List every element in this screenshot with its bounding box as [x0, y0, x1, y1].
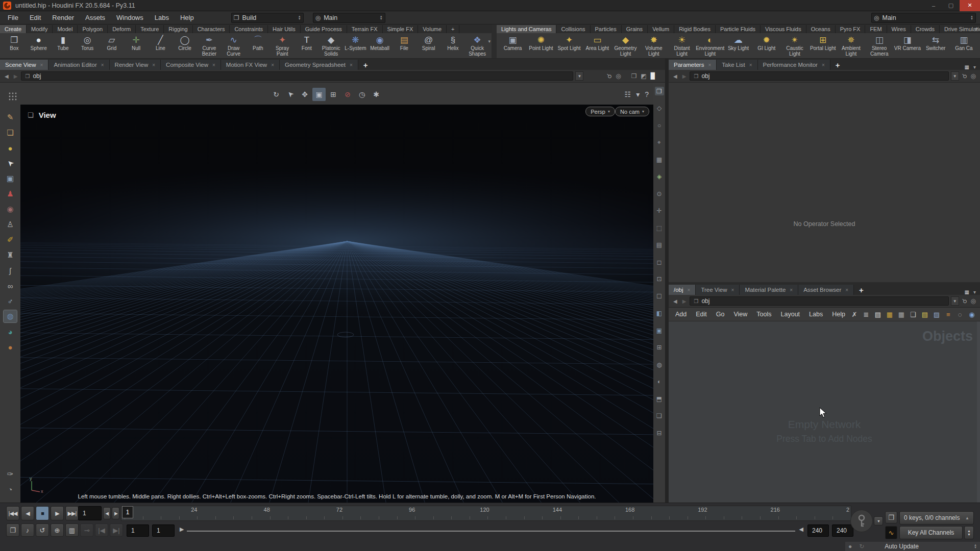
- viewport-tool-button[interactable]: ▣: [312, 88, 326, 101]
- menu-item[interactable]: Edit: [691, 310, 712, 319]
- shelf-tool[interactable]: ☁ Sky Light: [724, 34, 752, 52]
- pane-layout-icon[interactable]: ▦: [965, 289, 969, 295]
- shelf-tab[interactable]: Crowds: [911, 25, 940, 33]
- shelf-tool[interactable]: ✦ Spot Light: [555, 34, 583, 52]
- playback-option-button[interactable]: ⊸: [80, 523, 93, 537]
- shelf-tool[interactable]: ✴ Caustic Light: [780, 34, 808, 57]
- shelf-tool[interactable]: ◉ Metaball: [368, 34, 392, 52]
- close-tab-icon[interactable]: ×: [731, 287, 734, 293]
- network-toolbar-button[interactable]: ◉: [967, 310, 976, 319]
- viewport-tool-button[interactable]: ➤: [284, 88, 297, 101]
- menu-item[interactable]: Windows: [111, 12, 149, 23]
- shelf-tab[interactable]: Terrain FX: [347, 25, 383, 33]
- shelf-tab[interactable]: Rigid Bodies: [674, 25, 716, 33]
- network-toolbar-button[interactable]: ▤: [920, 310, 929, 319]
- shelf-tab[interactable]: Particles: [591, 25, 622, 33]
- viewport-display-button[interactable]: ▤: [655, 241, 664, 249]
- shelf-tool[interactable]: ❖ Quick Shapes: [465, 34, 489, 57]
- left-tool[interactable]: ʃ: [4, 264, 17, 277]
- left-tool[interactable]: ●: [4, 142, 17, 154]
- network-toolbar-button[interactable]: ▨: [932, 310, 941, 319]
- main-context-selector[interactable]: ◎ Main ▲▼: [871, 13, 976, 23]
- viewport-display-button[interactable]: ○: [655, 121, 664, 130]
- menu-item[interactable]: Assets: [80, 12, 111, 23]
- close-tab-icon[interactable]: ×: [212, 62, 215, 68]
- shelf-tab[interactable]: Particle Fluids: [716, 25, 761, 33]
- viewport-display-button[interactable]: ⊞: [655, 343, 664, 352]
- back-icon[interactable]: ◀: [672, 298, 679, 304]
- desktop-selector[interactable]: ❐ Build ▲▼: [231, 13, 304, 23]
- global-range-end-field[interactable]: 240: [832, 524, 853, 537]
- shelf-tool[interactable]: ✸ Volume Light: [640, 34, 668, 57]
- left-tool[interactable]: ❏: [4, 127, 17, 139]
- shelf-tool[interactable]: @ Spiral: [416, 34, 441, 52]
- shelf-tool[interactable]: ▤ File: [392, 34, 416, 52]
- viewport-display-button[interactable]: ⌖: [655, 138, 664, 147]
- shelf-tool[interactable]: ╱ Line: [149, 34, 173, 52]
- path-field[interactable]: ❒ obj: [21, 71, 573, 81]
- left-tool[interactable]: ◕: [4, 325, 17, 338]
- range-end-field[interactable]: 240: [807, 524, 829, 537]
- viewport-display-button[interactable]: ⬒: [655, 394, 664, 403]
- shelf-tab[interactable]: Vellum: [648, 25, 674, 33]
- shelf-tool[interactable]: ◐ Environment Light: [696, 34, 724, 57]
- shelf-overflow-chevron-icon[interactable]: ▾: [488, 39, 491, 44]
- view-pane-icon[interactable]: ❏: [28, 111, 34, 119]
- shelf-tool[interactable]: ◫ Stereo Camera: [865, 34, 893, 57]
- shelf-tab[interactable]: Rigging: [164, 25, 192, 33]
- shelf-tool[interactable]: ✛ Null: [124, 34, 149, 52]
- network-toolbar-button[interactable]: ▤: [873, 310, 883, 319]
- radial-menu-icon[interactable]: ◎: [970, 72, 977, 80]
- network-toolbar-button[interactable]: ✗: [850, 310, 859, 319]
- viewport-display-button[interactable]: ⊙: [655, 189, 664, 198]
- range-slider[interactable]: ▶ ◀: [180, 524, 803, 537]
- shelf-tab[interactable]: FEM: [865, 25, 887, 33]
- playback-option-button[interactable]: ⊕: [51, 523, 64, 537]
- viewport-display-button[interactable]: ❏: [655, 412, 664, 420]
- left-tool[interactable]: ●: [4, 341, 17, 353]
- viewport-tool-button[interactable]: ◷: [355, 88, 369, 101]
- pane-tab[interactable]: Parameters ×: [669, 60, 717, 70]
- transport-button[interactable]: ▶▶|: [65, 506, 79, 520]
- key-options-chevron-icon[interactable]: ▼: [874, 516, 883, 525]
- shelf-tool[interactable]: ◨ VR Camera: [893, 34, 921, 52]
- transport-button[interactable]: ■: [36, 506, 49, 520]
- menu-item[interactable]: Add: [671, 310, 691, 319]
- chevron-down-icon[interactable]: ▾: [973, 64, 976, 70]
- back-icon[interactable]: ◀: [3, 73, 10, 79]
- shelf-tool[interactable]: ❋ L-System: [344, 34, 368, 52]
- shelf-tab[interactable]: Lights and Cameras: [497, 25, 556, 33]
- shelf-tool[interactable]: ❒ Box: [2, 34, 27, 52]
- shelf-tab[interactable]: Pyro FX: [836, 25, 866, 33]
- left-tool[interactable]: ✑: [4, 468, 17, 480]
- transport-button[interactable]: |◀◀: [6, 506, 19, 520]
- playback-option-button[interactable]: ▥: [65, 523, 79, 537]
- menu-item[interactable]: Help: [827, 310, 850, 319]
- pane-tab[interactable]: Scene View ×: [0, 60, 48, 70]
- minimize-button[interactable]: –: [925, 0, 942, 11]
- pane-tab[interactable]: Composite View ×: [161, 60, 221, 70]
- frame-step-button[interactable]: |▶: [112, 507, 119, 519]
- shelf-tab[interactable]: Guide Process: [301, 25, 347, 33]
- shelf-tab[interactable]: Oceans: [806, 25, 836, 33]
- left-tool[interactable]: ➤: [4, 157, 17, 169]
- transport-button[interactable]: ◀: [21, 506, 34, 520]
- viewport-tool-button[interactable]: ☷: [624, 88, 632, 101]
- pin-icon[interactable]: ⚲: [960, 71, 969, 81]
- shelf-tool[interactable]: ⌒ Path: [246, 34, 271, 52]
- viewport-canvas[interactable]: ❏ View Persp ▾ No cam ▾ Left mouse tumbl…: [20, 105, 653, 503]
- maximize-button[interactable]: ▢: [942, 0, 960, 11]
- shelf-overflow-chevron-icon[interactable]: ▼: [974, 27, 979, 32]
- forward-icon[interactable]: ▶: [12, 73, 19, 79]
- left-tool[interactable]: ✎: [4, 111, 17, 123]
- color-swatch-icon[interactable]: ▉: [650, 72, 656, 80]
- viewport-display-button[interactable]: ▣: [655, 326, 664, 335]
- network-toolbar-button[interactable]: ▦: [897, 310, 906, 319]
- transport-button[interactable]: ▶: [51, 506, 64, 520]
- menu-item[interactable]: File: [2, 12, 24, 23]
- left-tool[interactable]: ♟: [4, 188, 17, 200]
- pin-icon[interactable]: ⚲: [604, 71, 614, 81]
- pane-tab[interactable]: Motion FX View ×: [221, 60, 280, 70]
- spinner-icon[interactable]: ▲▼: [298, 15, 301, 20]
- viewport-display-button[interactable]: ◻: [655, 258, 664, 266]
